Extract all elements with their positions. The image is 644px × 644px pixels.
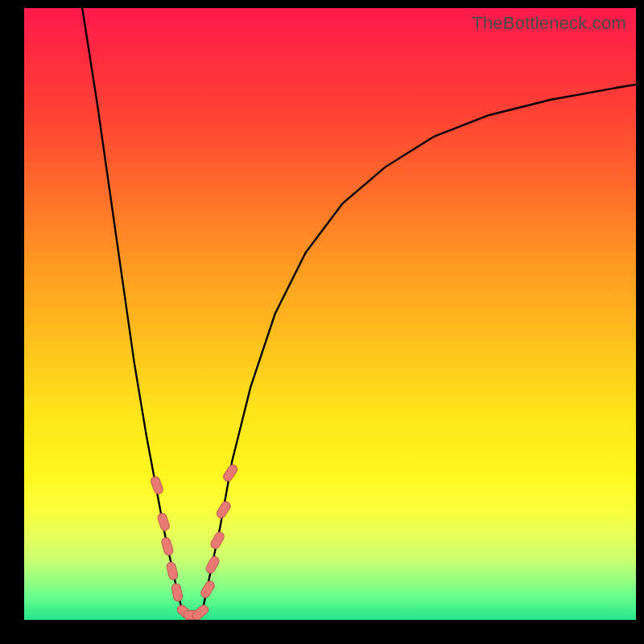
plot-area: TheBottleneck.com: [24, 8, 636, 620]
curve-marker: [171, 583, 183, 602]
curve-marker: [200, 580, 217, 600]
curve-marker: [157, 512, 171, 531]
curve-marker: [221, 463, 238, 482]
curve-marker: [215, 500, 232, 519]
curve-right-branch: [201, 85, 636, 615]
curve-marker: [209, 530, 226, 551]
curve-marker: [166, 561, 179, 580]
curve-marker: [204, 555, 221, 575]
curve-marker: [161, 537, 175, 556]
curve-marker: [150, 476, 164, 495]
curve-layer: [24, 8, 636, 620]
chart-frame: TheBottleneck.com: [0, 0, 644, 644]
